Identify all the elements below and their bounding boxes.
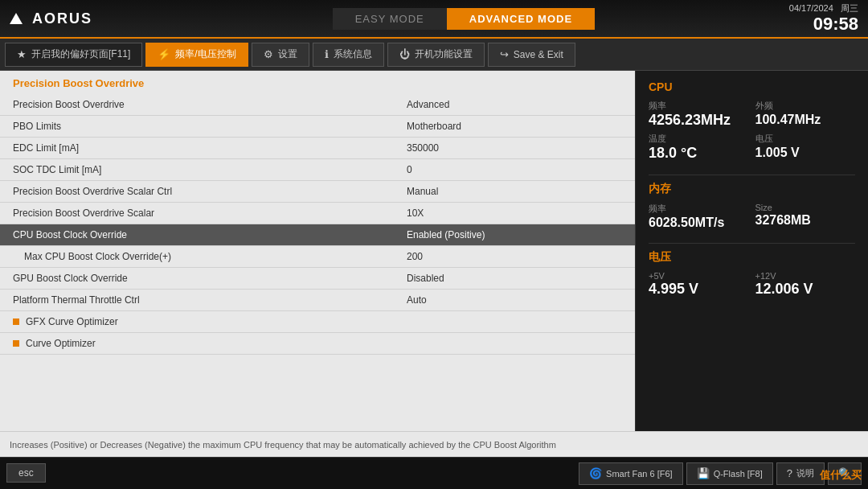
easy-mode-button[interactable]: EASY MODE bbox=[333, 8, 447, 30]
setting-value: 350000 bbox=[394, 138, 635, 158]
setting-name: Platform Thermal Throttle Ctrl bbox=[0, 290, 394, 310]
aorus-triangle-icon bbox=[10, 13, 23, 24]
cpu-ext-freq-value: 100.47MHz bbox=[755, 112, 856, 127]
table-row[interactable]: SOC TDC Limit [mA]0 bbox=[0, 159, 635, 181]
table-row[interactable]: Max CPU Boost Clock Override(+)200 bbox=[0, 246, 635, 268]
bullet-icon bbox=[13, 340, 19, 347]
esc-button[interactable]: esc bbox=[6, 463, 46, 483]
setting-value: Motherboard bbox=[394, 116, 635, 137]
voltage-section: 电压 +5V 4.995 V +12V 12.006 V bbox=[649, 250, 855, 298]
content-area: Precision Boost Overdrive Precision Boos… bbox=[0, 71, 635, 431]
fav-button[interactable]: ★ 开启我的偏好页面[F11] bbox=[5, 43, 142, 67]
boot-button[interactable]: ⏻ 开机功能设置 bbox=[387, 43, 485, 67]
v5-label: +5V bbox=[649, 271, 749, 281]
mem-grid: 频率 6028.50MT/s Size 32768MB bbox=[649, 203, 855, 230]
time-display: 09:58 bbox=[813, 14, 858, 34]
table-row[interactable]: CPU Boost Clock OverrideEnabled (Positiv… bbox=[0, 224, 635, 246]
header: AORUS EASY MODE ADVANCED MODE 04/17/2024… bbox=[0, 0, 868, 39]
setting-name: PBO Limits bbox=[0, 116, 394, 137]
mem-size-value: 32768MB bbox=[755, 212, 856, 228]
memory-section: 内存 频率 6028.50MT/s Size 32768MB bbox=[649, 182, 855, 230]
help-button[interactable]: ? 说明 bbox=[776, 462, 825, 485]
navbar: ★ 开启我的偏好页面[F11] ⚡ 频率/电压控制 ⚙ 设置 ℹ 系统信息 ⏻ … bbox=[0, 39, 868, 71]
sysinfo-button[interactable]: ℹ 系统信息 bbox=[313, 43, 384, 67]
v5-value: 4.995 V bbox=[649, 281, 749, 298]
setting-name: GPU Boost Clock Override bbox=[0, 268, 394, 289]
settings-button[interactable]: ⚙ 设置 bbox=[252, 43, 309, 67]
table-row[interactable]: Precision Boost Overdrive Scalar CtrlMan… bbox=[0, 181, 635, 203]
v12-col: +12V 12.006 V bbox=[755, 271, 856, 298]
table-row[interactable]: Platform Thermal Throttle CtrlAuto bbox=[0, 290, 635, 311]
cpu-voltage-col: 电压 1.005 V bbox=[755, 133, 856, 162]
v5-col: +5V 4.995 V bbox=[649, 271, 749, 298]
aorus-logo: AORUS bbox=[32, 10, 92, 27]
smartfan-button[interactable]: 🌀 Smart Fan 6 [F6] bbox=[579, 462, 683, 485]
setting-name: Precision Boost Overdrive bbox=[0, 94, 394, 115]
group-item-label: GFX Curve Optimizer bbox=[26, 316, 118, 327]
description-text: Increases (Positive) or Decreases (Negat… bbox=[10, 440, 556, 450]
table-row[interactable]: GPU Boost Clock OverrideDisabled bbox=[0, 268, 635, 290]
cpu-temp-value: 18.0 °C bbox=[649, 145, 749, 162]
freq-voltage-button[interactable]: ⚡ 频率/电压控制 bbox=[145, 43, 248, 67]
setting-value: Manual bbox=[394, 181, 635, 202]
setting-value: Disabled bbox=[394, 268, 635, 289]
table-row[interactable]: Precision Boost OverdriveAdvanced bbox=[0, 94, 635, 116]
save-icon: ↪ bbox=[500, 48, 509, 60]
divider-1 bbox=[649, 175, 855, 175]
list-item[interactable]: Curve Optimizer bbox=[0, 333, 635, 355]
fan-icon: 🌀 bbox=[589, 467, 602, 479]
date-display: 04/17/2024 周三 bbox=[789, 2, 858, 14]
setting-name: Precision Boost Overdrive Scalar Ctrl bbox=[0, 181, 394, 202]
datetime-area: 04/17/2024 周三 09:58 bbox=[789, 2, 858, 34]
setting-name: SOC TDC Limit [mA] bbox=[0, 159, 394, 180]
setting-name: EDC Limit [mA] bbox=[0, 138, 394, 158]
cpu-freq-col: 频率 4256.23MHz bbox=[649, 100, 749, 129]
gear-icon: ⚙ bbox=[264, 48, 273, 60]
cpu-ext-freq-col: 外频 100.47MHz bbox=[755, 100, 856, 129]
mem-freq-col: 频率 6028.50MT/s bbox=[649, 203, 749, 230]
footer: 🌀 Smart Fan 6 [F6] 💾 Q-Flash [F8] ? 说明 🔍 bbox=[0, 457, 868, 489]
group-item-label: Curve Optimizer bbox=[26, 338, 96, 349]
power-icon: ⏻ bbox=[399, 48, 410, 60]
setting-value: Advanced bbox=[394, 94, 635, 115]
v12-value: 12.006 V bbox=[755, 281, 856, 298]
mem-section-title: 内存 bbox=[649, 182, 855, 196]
cpu-grid: 频率 4256.23MHz 外频 100.47MHz 温度 18.0 °C 电压… bbox=[649, 100, 855, 162]
logo-area: AORUS bbox=[10, 10, 138, 27]
mem-size-label: Size bbox=[755, 203, 856, 212]
qflash-button[interactable]: 💾 Q-Flash [F8] bbox=[686, 462, 773, 485]
setting-value: Auto bbox=[394, 290, 635, 310]
setting-value: Enabled (Positive) bbox=[394, 224, 635, 245]
cpu-temp-col: 温度 18.0 °C bbox=[649, 133, 749, 162]
info-icon: ℹ bbox=[325, 48, 329, 60]
cpu-temp-label: 温度 bbox=[649, 133, 749, 145]
mode-area: EASY MODE ADVANCED MODE bbox=[138, 8, 789, 30]
volt-section-title: 电压 bbox=[649, 250, 855, 265]
table-row[interactable]: Precision Boost Overdrive Scalar10X bbox=[0, 203, 635, 224]
cpu-voltage-value: 1.005 V bbox=[755, 145, 856, 160]
list-item[interactable]: GFX Curve Optimizer bbox=[0, 311, 635, 333]
star-icon: ★ bbox=[17, 48, 27, 60]
cpu-ext-freq-label: 外频 bbox=[755, 100, 856, 112]
bottom-bar: Increases (Positive) or Decreases (Negat… bbox=[0, 431, 868, 457]
v12-label: +12V bbox=[755, 271, 856, 281]
freq-icon: ⚡ bbox=[158, 48, 170, 60]
setting-value: 0 bbox=[394, 159, 635, 180]
settings-list: Precision Boost OverdriveAdvancedPBO Lim… bbox=[0, 94, 635, 355]
table-row[interactable]: EDC Limit [mA]350000 bbox=[0, 138, 635, 159]
watermark: 值什么买 bbox=[820, 468, 862, 483]
save-exit-button[interactable]: ↪ Save & Exit bbox=[488, 43, 575, 67]
mem-freq-value: 6028.50MT/s bbox=[649, 215, 749, 230]
table-row[interactable]: PBO LimitsMotherboard bbox=[0, 116, 635, 138]
right-panel: CPU 频率 4256.23MHz 外频 100.47MHz 温度 18.0 °… bbox=[635, 71, 868, 431]
setting-name: CPU Boost Clock Override bbox=[0, 224, 394, 245]
bullet-icon bbox=[13, 318, 19, 325]
divider-2 bbox=[649, 243, 855, 244]
main-area: Precision Boost Overdrive Precision Boos… bbox=[0, 71, 868, 431]
setting-name: Precision Boost Overdrive Scalar bbox=[0, 203, 394, 224]
mem-size-col: Size 32768MB bbox=[755, 203, 856, 230]
advanced-mode-button[interactable]: ADVANCED MODE bbox=[447, 8, 595, 30]
setting-value: 10X bbox=[394, 203, 635, 224]
volt-grid: +5V 4.995 V +12V 12.006 V bbox=[649, 271, 855, 298]
cpu-freq-label: 频率 bbox=[649, 100, 749, 112]
